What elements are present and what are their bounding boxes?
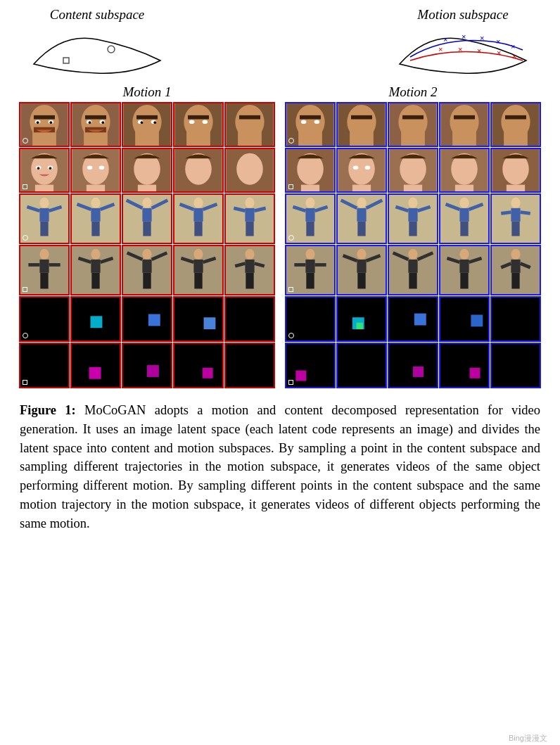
svg-rect-96 [143,222,147,236]
content-subspace-title: Content subspace [50,7,145,23]
table-row [70,296,121,342]
svg-point-30 [101,121,104,124]
svg-rect-291 [389,344,437,387]
svg-rect-290 [338,344,386,387]
svg-rect-153 [204,317,216,329]
svg-point-92 [142,198,151,208]
circle-indicator [288,333,294,338]
svg-point-231 [459,198,469,208]
square-indicator [23,184,27,189]
motion1-section: Motion 1 [14,84,280,388]
svg-point-224 [408,198,417,208]
circle-indicator [288,235,294,241]
table-row [224,245,275,295]
svg-point-47 [203,120,208,124]
svg-rect-282 [356,323,362,329]
svg-rect-104 [198,222,203,236]
table-row [285,245,336,295]
svg-rect-293 [440,344,488,387]
svg-point-20 [50,121,53,124]
svg-rect-246 [305,260,314,273]
svg-rect-161 [203,368,213,378]
svg-point-113 [39,249,49,260]
svg-rect-0 [63,58,69,63]
svg-rect-294 [470,368,481,378]
table-row [70,343,121,388]
svg-rect-222 [362,222,366,236]
square-indicator [23,287,27,292]
svg-rect-264 [413,273,417,289]
svg-point-120 [91,249,100,260]
svg-rect-142 [245,260,254,273]
table-row [490,245,541,295]
svg-point-76 [239,158,260,177]
svg-text:×: × [511,42,515,51]
table-row [388,193,438,244]
table-row [490,343,541,388]
svg-rect-172 [350,130,374,146]
svg-rect-284 [414,314,426,326]
table-row [388,343,438,388]
table-row [388,148,438,193]
table-row [490,193,541,244]
table-row [439,193,490,244]
svg-rect-110 [246,222,250,236]
table-row [490,296,541,342]
table-row [336,193,387,244]
svg-rect-159 [147,365,159,377]
table-row [19,148,70,193]
svg-point-127 [142,249,151,260]
table-row [439,296,490,342]
svg-rect-135 [193,260,203,273]
svg-rect-177 [401,130,425,146]
svg-rect-271 [464,273,469,289]
svg-rect-167 [300,115,321,120]
svg-rect-184 [454,115,475,120]
table-row [19,296,70,342]
table-row [224,102,275,147]
svg-rect-154 [226,298,274,340]
circle-indicator [23,333,28,338]
svg-rect-86 [91,208,100,222]
svg-rect-56 [35,185,53,191]
table-row [19,343,70,388]
svg-rect-189 [505,115,526,120]
table-row [19,102,70,147]
svg-rect-149 [90,316,102,328]
svg-rect-250 [310,273,314,289]
table-row [224,148,275,193]
svg-point-66 [99,165,105,170]
content-subspace-diagram [20,25,174,82]
table-row [70,148,121,193]
svg-rect-162 [226,344,274,387]
svg-point-51 [238,110,262,131]
svg-point-73 [188,158,209,177]
svg-rect-160 [174,344,222,387]
svg-point-266 [459,249,469,260]
motion-subspace-title: Motion subspace [417,7,508,23]
table-row [19,245,70,295]
svg-rect-242 [511,222,516,236]
svg-point-168 [301,120,307,124]
svg-rect-124 [91,273,96,289]
svg-rect-118 [44,273,49,289]
svg-point-173 [350,110,374,131]
table-row [490,102,541,147]
svg-rect-90 [96,222,100,236]
svg-rect-228 [409,222,413,236]
motion1-label: Motion 1 [122,84,171,100]
table-row [122,343,172,388]
svg-point-169 [314,120,320,124]
svg-point-60 [49,167,52,170]
table-row [224,296,275,342]
svg-line-241 [521,212,530,214]
svg-rect-263 [409,273,413,289]
svg-rect-52 [239,115,260,120]
svg-rect-131 [143,273,147,289]
svg-text:×: × [496,37,500,46]
svg-rect-232 [459,208,469,222]
svg-rect-150 [123,298,171,340]
svg-rect-174 [351,115,372,120]
svg-rect-89 [91,222,96,236]
svg-rect-165 [298,130,322,146]
